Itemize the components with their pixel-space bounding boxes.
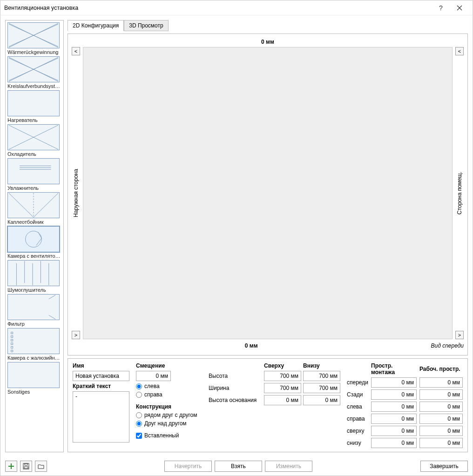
width-label: Ширина [209, 385, 262, 391]
footer-toolbar: Начертить Взять Изменить Завершить [0, 457, 473, 476]
save-icon[interactable] [20, 461, 32, 472]
space-top-install[interactable] [371, 426, 417, 436]
canvas-bottom-dim: 0 мм [72, 341, 431, 351]
component-thumb-icon [7, 192, 60, 218]
canvas-panel: 0 мм < Наружная сторона > < Сторона поме… [68, 34, 468, 355]
space-back-label: Сзади [347, 391, 368, 398]
tab-2d-config[interactable]: 2D Конфигурация [68, 20, 124, 31]
component-thumb-icon [7, 294, 60, 320]
offset-input[interactable] [136, 371, 171, 381]
take-button[interactable]: Взять [215, 461, 262, 472]
component-item[interactable]: Нагреватель [7, 90, 61, 123]
component-item[interactable]: Увлажнитель [7, 158, 61, 191]
canvas-arrow-left-top[interactable]: < [72, 47, 80, 55]
space-bottom-install[interactable] [371, 438, 417, 448]
svg-rect-37 [25, 463, 27, 465]
component-item[interactable]: Шумоглушитель [7, 260, 61, 293]
offset-left-radio[interactable]: слева [136, 383, 202, 389]
name-input[interactable] [73, 371, 129, 381]
component-thumb-icon [7, 260, 60, 286]
component-thumb-icon [7, 22, 60, 48]
dim-top-header: Сверху [264, 362, 301, 369]
height-top-input[interactable] [264, 371, 301, 381]
canvas-right-label: Сторона помещ. [456, 55, 463, 331]
height-label: Высота [209, 373, 262, 379]
component-label: Увлажнитель [7, 185, 61, 191]
component-thumb-icon [7, 362, 60, 388]
close-icon[interactable] [450, 1, 469, 14]
component-label: Камера с вентилятором [7, 253, 61, 259]
component-item[interactable]: Каплеотбойник [7, 192, 61, 225]
dim-bot-header: Внизу [303, 362, 340, 369]
svg-line-26 [49, 295, 55, 299]
svg-rect-31 [11, 343, 13, 345]
svg-line-15 [9, 193, 34, 217]
short-text-input[interactable]: - [73, 391, 129, 442]
canvas[interactable] [83, 47, 453, 339]
modify-button[interactable]: Изменить [265, 461, 312, 472]
construction-side-radio[interactable]: рядом друг с другом [136, 412, 202, 418]
tab-3d-view[interactable]: 3D Просмотр [124, 20, 168, 31]
canvas-arrow-right-bottom-l[interactable]: > [72, 331, 80, 339]
space-right-install[interactable] [371, 414, 417, 424]
space-back-work[interactable] [419, 389, 463, 400]
width-bot-input[interactable] [303, 383, 340, 393]
space-left-label: слева [347, 403, 368, 410]
base-bot-input[interactable] [303, 395, 340, 405]
component-item[interactable]: Kreislaufverbundsystem [7, 56, 61, 89]
canvas-arrow-right-bottom[interactable]: > [455, 331, 464, 339]
svg-line-19 [38, 232, 42, 238]
space-front-install[interactable] [371, 377, 417, 388]
component-label: Нагреватель [7, 117, 61, 123]
component-label: Охладитель [7, 151, 61, 157]
svg-rect-30 [11, 339, 13, 341]
space-bottom-work[interactable] [419, 438, 463, 448]
space-work-header: Рабоч. простр. [419, 366, 463, 372]
component-label: Каплеотбойник [7, 219, 61, 225]
inserted-checkbox[interactable]: Вставленный [136, 432, 202, 439]
space-bottom-label: снизу [347, 440, 368, 446]
tabbar: 2D Конфигурация 3D Просмотр [68, 20, 468, 31]
component-label: Фильтр [7, 321, 61, 327]
component-item[interactable]: Камера с вентилятором [7, 226, 61, 259]
offset-right-radio[interactable]: справа [136, 391, 202, 398]
component-item[interactable]: Охладитель [7, 124, 61, 157]
space-back-install[interactable] [371, 389, 417, 400]
svg-rect-33 [11, 350, 13, 352]
finish-button[interactable]: Завершить [420, 461, 468, 472]
short-text-label: Краткий текст [73, 383, 129, 389]
canvas-top-dim: 0 мм [72, 37, 464, 47]
svg-point-18 [26, 231, 42, 248]
space-front-work[interactable] [419, 377, 463, 388]
construction-stack-radio[interactable]: Друг над другом [136, 420, 202, 427]
svg-rect-38 [24, 467, 28, 469]
space-right-work[interactable] [419, 414, 463, 424]
open-icon[interactable] [35, 461, 47, 472]
component-item[interactable]: Wärmerückgewinnung [7, 22, 61, 55]
help-icon[interactable]: ? [432, 1, 450, 14]
component-item[interactable]: Sonstiges [7, 362, 61, 395]
canvas-arrow-left-top-r[interactable]: < [455, 47, 464, 55]
width-top-input[interactable] [264, 383, 301, 393]
space-left-work[interactable] [419, 402, 463, 412]
space-left-install[interactable] [371, 402, 417, 412]
component-thumb-icon [7, 328, 60, 354]
component-item[interactable]: Камера с жалюзийным [7, 328, 61, 361]
draw-button[interactable]: Начертить [164, 461, 212, 472]
component-label: Камера с жалюзийным [7, 355, 61, 361]
titlebar: Вентиляционная установка ? [0, 0, 473, 15]
component-label: Kreislaufverbundsystem [7, 83, 61, 89]
component-item[interactable]: Фильтр [7, 294, 61, 327]
component-thumb-icon [7, 56, 60, 82]
base-top-input[interactable] [264, 395, 301, 405]
space-install-header: Простр. монтажа [371, 362, 417, 375]
height-bot-input[interactable] [303, 371, 340, 381]
canvas-left-label: Наружная сторона [73, 55, 79, 331]
space-front-label: спереди [347, 379, 368, 386]
component-thumb-icon [7, 90, 60, 116]
svg-line-16 [34, 193, 58, 217]
component-thumb-icon [7, 158, 60, 184]
space-top-work[interactable] [419, 426, 463, 436]
svg-line-27 [49, 315, 55, 319]
add-icon[interactable] [5, 461, 17, 472]
